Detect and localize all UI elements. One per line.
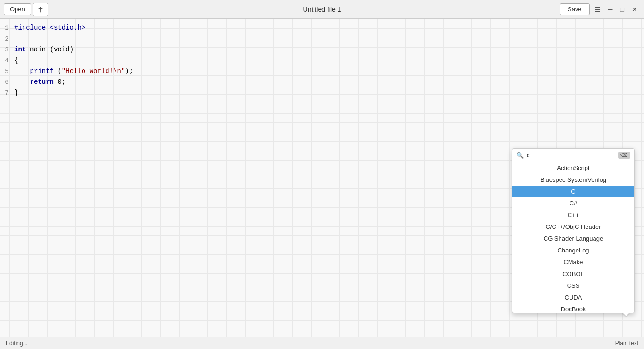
line-content: { [14, 55, 644, 65]
window-title: Untitled file 1 [303, 6, 341, 13]
line-content: printf ("Hello world!\n"); [14, 66, 644, 76]
line-number: 5 [0, 66, 14, 77]
status-left: Editing... [6, 340, 28, 347]
line-number: 7 [0, 88, 14, 98]
maximize-button[interactable]: □ [618, 4, 627, 15]
language-item-actionscript[interactable]: ActionScript [512, 162, 634, 174]
language-item-cg-shader[interactable]: CG Shader Language [512, 233, 634, 244]
line-content: return 0; [14, 77, 644, 87]
language-item-c-header[interactable]: C/C++/ObjC Header [512, 221, 634, 233]
language-item-cuda[interactable]: CUDA [512, 292, 634, 303]
line-content [14, 33, 644, 44]
titlebar-left: Open [4, 3, 48, 16]
language-item-csharp[interactable]: C# [512, 197, 634, 209]
language-item-cobol[interactable]: COBOL [512, 268, 634, 280]
close-button[interactable]: ✕ [629, 4, 640, 15]
code-line: 4 { [0, 55, 644, 66]
code-line: 2 [0, 33, 644, 44]
clear-search-button[interactable]: ⌫ [618, 152, 630, 159]
dropdown-arrow [622, 312, 630, 316]
code-line: 5 printf ("Hello world!\n"); [0, 66, 644, 77]
titlebar: Open Untitled file 1 Save ☰ ─ □ ✕ [0, 0, 644, 19]
code-line: 1 #include <stdio.h> [0, 23, 644, 33]
code-line: 3 int main (void) [0, 44, 644, 55]
editor-area: 1 #include <stdio.h> 2 3 int main (void)… [0, 19, 644, 337]
language-item-cpp[interactable]: C++ [512, 209, 634, 221]
svg-rect-1 [38, 8, 42, 9]
line-number: 6 [0, 77, 14, 88]
dropdown-search-bar: 🔍 ⌫ [512, 149, 634, 162]
line-content: int main (void) [14, 44, 644, 55]
search-icon: 🔍 [516, 152, 524, 159]
status-right: Plain text [615, 340, 638, 347]
language-search-input[interactable] [527, 152, 615, 159]
language-item-cmake[interactable]: CMake [512, 256, 634, 268]
pin-icon [37, 6, 44, 13]
line-number: 4 [0, 56, 14, 66]
language-item-bluespec[interactable]: Bluespec SystemVerilog [512, 174, 634, 186]
menu-button[interactable]: ☰ [592, 4, 603, 15]
language-item-docbook[interactable]: DocBook [512, 303, 634, 313]
line-content: } [14, 88, 644, 98]
line-number: 3 [0, 45, 14, 55]
code-line: 6 return 0; [0, 77, 644, 88]
open-button[interactable]: Open [4, 3, 31, 15]
pin-button[interactable] [33, 3, 48, 16]
language-dropdown: 🔍 ⌫ ActionScript Bluespec SystemVerilog … [512, 148, 635, 313]
code-lines: 1 #include <stdio.h> 2 3 int main (void)… [0, 19, 644, 102]
language-list[interactable]: ActionScript Bluespec SystemVerilog C C#… [512, 162, 634, 313]
titlebar-right: Save ☰ ─ □ ✕ [560, 3, 640, 15]
language-item-changelog[interactable]: ChangeLog [512, 244, 634, 256]
language-item-c[interactable]: C [512, 186, 634, 197]
minimize-button[interactable]: ─ [605, 4, 616, 15]
statusbar: Editing... Plain text [0, 337, 644, 349]
code-line: 7 } [0, 88, 644, 98]
line-content: #include <stdio.h> [14, 23, 644, 33]
language-item-css[interactable]: CSS [512, 280, 634, 292]
save-button[interactable]: Save [560, 3, 590, 15]
line-number: 1 [0, 23, 14, 33]
line-number: 2 [0, 34, 14, 44]
